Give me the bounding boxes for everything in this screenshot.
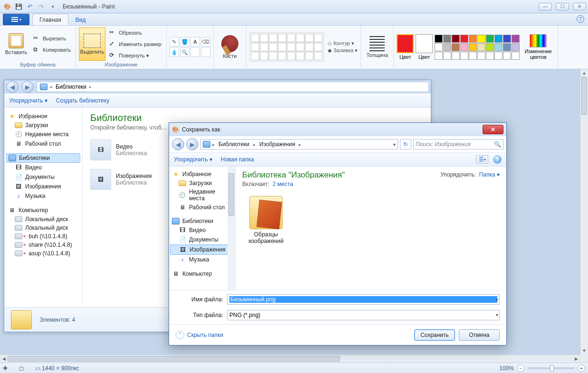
net-drive-icon: [15, 242, 22, 248]
magnifier-tool[interactable]: 🔍: [180, 47, 190, 57]
color-swatch[interactable]: [486, 43, 494, 51]
rotate-button[interactable]: ⟳Повернуть ▾: [107, 50, 163, 61]
paste-button[interactable]: Вставить: [3, 28, 29, 61]
hide-folders-toggle[interactable]: ˄Скрыть папки: [176, 331, 223, 339]
dlg-new-folder[interactable]: Новая папка: [221, 156, 254, 163]
qat-customize-icon[interactable]: ▾: [47, 1, 58, 12]
qat-undo-icon[interactable]: ↶: [25, 1, 35, 12]
zoom-out-button[interactable]: −: [517, 364, 524, 372]
horizontal-scrollbar[interactable]: ◀▶: [0, 354, 580, 363]
color-swatch[interactable]: [469, 43, 477, 51]
images-thumb-icon: 🖼: [90, 169, 111, 190]
help-icon[interactable]: ?: [493, 155, 502, 164]
color-swatch[interactable]: [443, 52, 451, 60]
view-mode-button[interactable]: ☰ ▾: [476, 155, 488, 164]
qat-save-icon[interactable]: 💾: [13, 1, 24, 12]
color-swatch[interactable]: [477, 35, 485, 43]
color-swatch[interactable]: [460, 43, 468, 51]
save-button[interactable]: Сохранить: [414, 329, 455, 341]
color-swatch[interactable]: [503, 52, 511, 60]
cancel-button[interactable]: Отмена: [459, 329, 500, 341]
zoom-in-button[interactable]: +: [578, 364, 585, 372]
folder-large-icon: [11, 310, 32, 329]
zoom-slider[interactable]: [527, 367, 575, 369]
tab-view[interactable]: Вид: [68, 14, 93, 25]
resize-button[interactable]: ⤢Изменить размер: [107, 39, 163, 49]
thickness-button[interactable]: Толщина: [364, 30, 390, 64]
fill-tool[interactable]: 🪣: [180, 37, 190, 47]
cut-button[interactable]: ✂Вырезать: [31, 33, 73, 44]
dialog-title: Сохранить как: [182, 126, 220, 133]
color-swatch[interactable]: [494, 43, 503, 51]
refresh-button[interactable]: ↻: [400, 139, 411, 149]
color-swatch[interactable]: [494, 52, 503, 60]
color-swatch[interactable]: [512, 43, 520, 51]
color-swatch[interactable]: [443, 35, 451, 43]
color-swatch[interactable]: [452, 43, 460, 51]
color-palette[interactable]: [435, 35, 520, 60]
text-tool[interactable]: A: [190, 37, 200, 47]
eyedropper-tool[interactable]: 💧: [170, 47, 179, 57]
color1-button[interactable]: Цвет: [397, 34, 414, 60]
color-swatch[interactable]: [512, 35, 520, 43]
dlg-sort[interactable]: Упорядочить: Папка ▾: [440, 171, 500, 178]
star-icon: ★: [8, 112, 16, 120]
dlg-nav-back[interactable]: ◀: [172, 138, 184, 150]
dialog-close-button[interactable]: ✕: [483, 125, 503, 134]
color-swatch[interactable]: [435, 43, 443, 51]
folder-icon: [15, 122, 22, 128]
help-icon[interactable]: ?: [577, 15, 584, 23]
dlg-organize[interactable]: Упорядочить ▾: [174, 156, 212, 163]
brushes-button[interactable]: Кисти: [217, 30, 243, 64]
shape-fill[interactable]: ◆Заливка ▾: [328, 47, 358, 54]
color-swatch[interactable]: [443, 43, 451, 51]
color-swatch[interactable]: [460, 52, 468, 60]
shapes-gallery[interactable]: [249, 32, 324, 62]
filetype-label: Тип файла:: [176, 312, 223, 318]
color2-button[interactable]: Цвет: [416, 34, 433, 60]
minimize-button[interactable]: —: [539, 3, 552, 10]
color-swatch[interactable]: [469, 35, 477, 43]
dlg-search-input[interactable]: Поиск: Изображения 🔍: [413, 139, 503, 149]
color-swatch[interactable]: [477, 43, 485, 51]
color-swatch[interactable]: [477, 52, 485, 60]
color-swatch[interactable]: [435, 35, 443, 43]
color-swatch[interactable]: [494, 35, 503, 43]
tab-home[interactable]: Главная: [32, 14, 68, 25]
ribbon-file-menu[interactable]: ▾: [3, 14, 29, 25]
color-swatch[interactable]: [503, 35, 511, 43]
filename-input[interactable]: Безымянный.png▾: [227, 294, 500, 305]
selection-size-icon: ◻: [19, 365, 24, 372]
paint-app-icon[interactable]: 🎨: [2, 1, 12, 12]
color-swatch[interactable]: [503, 43, 511, 51]
qat-redo-icon[interactable]: ↷: [36, 1, 47, 12]
color-swatch[interactable]: [486, 52, 494, 60]
select-button[interactable]: Выделить: [79, 28, 105, 61]
color-swatch[interactable]: [460, 35, 468, 43]
vertical-scrollbar[interactable]: ▲▼: [580, 69, 588, 354]
copy-button[interactable]: ⧉Копировать: [31, 45, 73, 55]
crop-button[interactable]: ✂Обрезать: [107, 28, 163, 38]
filetype-select[interactable]: PNG (*.png)▾: [227, 310, 500, 320]
dlg-address-bar[interactable]: ▸ Библиотеки ▸ Изображения ▸ ▾: [200, 139, 398, 149]
tree-scrollbar[interactable]: [228, 167, 235, 290]
color-swatch[interactable]: [435, 52, 443, 60]
tools-grid[interactable]: ✎ 🪣 A ⌫ 💧 🔍: [170, 37, 210, 57]
color-swatch[interactable]: [512, 52, 520, 60]
documents-icon: 📄: [179, 236, 186, 243]
color-swatch[interactable]: [469, 52, 477, 60]
edit-colors-button[interactable]: Изменение цветов: [522, 34, 555, 60]
pencil-tool[interactable]: ✎: [170, 37, 179, 47]
eraser-tool[interactable]: ⌫: [201, 37, 210, 47]
shape-outline[interactable]: ◇Контур ▾: [328, 40, 358, 47]
color-swatch[interactable]: [452, 35, 460, 43]
close-button[interactable]: ✕: [573, 3, 586, 10]
sample-pictures-folder[interactable]: Образцы изображений: [242, 196, 290, 244]
dlg-nav-tree[interactable]: ★Избранное Загрузки 🕘Недавние места 🖥Раб…: [169, 167, 236, 290]
canvas-size: ▭ 1440 × 900пкс: [35, 365, 79, 372]
color-swatch[interactable]: [452, 52, 460, 60]
libraries-icon: [172, 218, 180, 224]
dlg-nav-fwd[interactable]: ▶: [186, 138, 199, 150]
maximize-button[interactable]: ☐: [556, 3, 569, 10]
color-swatch[interactable]: [486, 35, 494, 43]
